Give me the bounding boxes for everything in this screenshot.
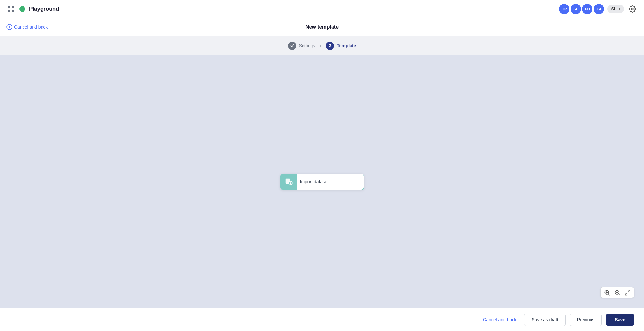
step-1-label: Settings (299, 43, 315, 48)
svg-line-10 (608, 294, 610, 295)
save-button[interactable]: Save (606, 314, 634, 326)
avatar-group: GP SL FO LA (559, 4, 604, 14)
sub-header: Cancel and back New template (0, 18, 644, 36)
svg-rect-0 (8, 6, 10, 8)
save-draft-button[interactable]: Save as draft (524, 314, 566, 326)
grid-icon[interactable] (6, 5, 15, 14)
back-icon (6, 24, 12, 30)
svg-point-5 (7, 24, 12, 30)
import-dataset-icon (284, 178, 293, 186)
canvas-area: Import dataset ⋮ (0, 55, 644, 308)
zoom-out-button[interactable] (614, 289, 620, 296)
svg-point-4 (631, 8, 633, 10)
svg-rect-3 (12, 10, 14, 12)
step-1-circle (288, 42, 296, 50)
node-icon-wrap (281, 174, 297, 190)
navbar-left: Playground (6, 5, 59, 14)
navbar-right: GP SL FO LA SL ▾ (559, 4, 638, 14)
node-more-button[interactable]: ⋮ (354, 174, 364, 190)
user-dropdown[interactable]: SL ▾ (607, 5, 624, 13)
svg-line-14 (619, 294, 620, 295)
step-settings: Settings (288, 42, 315, 50)
user-dropdown-label: SL (611, 6, 617, 11)
zoom-in-button[interactable] (604, 289, 610, 296)
step-2-circle: 2 (326, 42, 334, 50)
node-label: Import dataset (297, 179, 354, 184)
settings-icon[interactable] (627, 4, 638, 14)
svg-line-17 (625, 293, 627, 295)
avatar-fo[interactable]: FO (582, 4, 592, 14)
app-title: Playground (29, 6, 59, 12)
import-dataset-node[interactable]: Import dataset ⋮ (280, 174, 364, 190)
svg-rect-1 (12, 6, 14, 8)
stepper: Settings › 2 Template (288, 42, 356, 50)
svg-line-16 (628, 290, 630, 292)
app-status-dot (19, 6, 25, 12)
cancel-back-label: Cancel and back (14, 24, 48, 30)
navbar: Playground GP SL FO LA SL ▾ (0, 0, 644, 18)
avatar-sl[interactable]: SL (571, 4, 581, 14)
step-2-label: Template (337, 43, 356, 48)
avatar-gp[interactable]: GP (559, 4, 569, 14)
footer: Cancel and back Save as draft Previous S… (0, 308, 644, 331)
step-divider: › (320, 43, 321, 48)
footer-cancel-back-button[interactable]: Cancel and back (479, 315, 520, 325)
cancel-back-link[interactable]: Cancel and back (6, 24, 48, 30)
avatar-la[interactable]: LA (594, 4, 604, 14)
stepper-bar: Settings › 2 Template (0, 36, 644, 55)
zoom-controls (600, 287, 634, 298)
chevron-down-icon: ▾ (619, 7, 620, 11)
previous-button[interactable]: Previous (570, 314, 602, 326)
fit-screen-button[interactable] (624, 289, 631, 296)
svg-rect-2 (8, 10, 10, 12)
step-template: 2 Template (326, 42, 356, 50)
page-title: New template (305, 24, 339, 30)
